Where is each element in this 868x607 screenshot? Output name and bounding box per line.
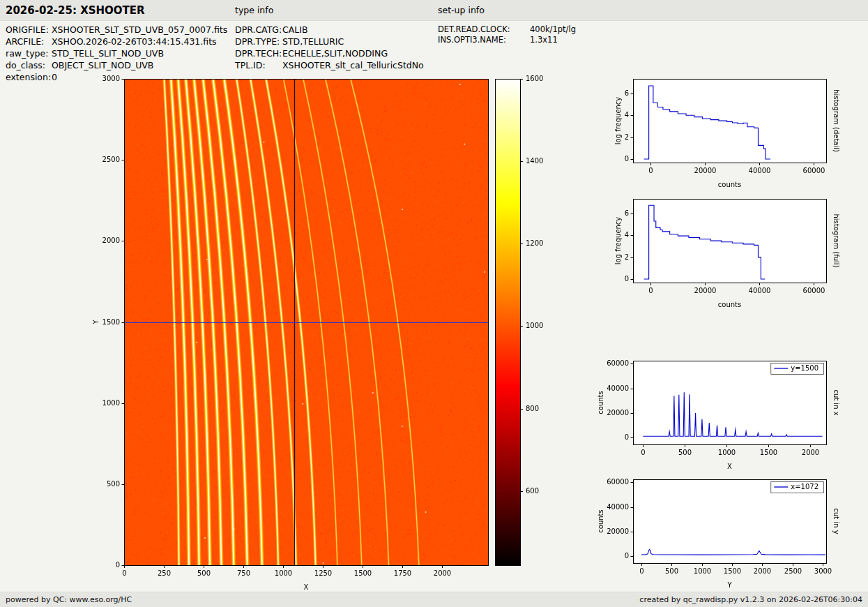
meta-value: XSHOOTER_SLT_STD_UVB_057_0007.fits [52, 24, 227, 35]
meta-row-dprtype: DPR.TYPE:STD,TELLURIC [235, 36, 424, 47]
meta-row-insopti3name: INS.OPTI3.NAME:1.3x11 [438, 34, 576, 45]
type-info-block: DPR.CATG:CALIB DPR.TYPE:STD,TELLURIC DPR… [235, 24, 424, 71]
footer-left-text: powered by QC: www.eso.org/HC [6, 595, 132, 604]
meta-value: XSHOOTER_slt_cal_TelluricStdNo [282, 60, 424, 70]
meta-label: ARCFILE: [6, 36, 52, 47]
meta-label: extension: [6, 72, 52, 82]
raw-frame-image-plot [89, 70, 497, 592]
meta-value: 1.3x11 [530, 35, 558, 45]
footer-bar: powered by QC: www.eso.org/HC created by… [0, 592, 868, 607]
qc-report-page: 2026-02-25: XSHOOTER type info set-up in… [0, 0, 868, 607]
meta-label: DPR.CATG: [235, 24, 282, 35]
meta-value: 0 [52, 72, 57, 82]
cut-in-x-plot [589, 352, 868, 474]
meta-label: INS.OPTI3.NAME: [438, 35, 530, 45]
type-info-heading: type info [235, 0, 273, 21]
meta-value: ECHELLE,SLIT,NODDING [282, 48, 388, 59]
title-bar: 2026-02-25: XSHOOTER type info set-up in… [0, 0, 868, 21]
footer-right-text: created by qc_rawdisp.py v1.2.3 on 2026-… [639, 595, 862, 604]
meta-label: DPR.TECH: [235, 48, 282, 59]
meta-row-arcfile: ARCFILE:XSHOO.2026-02-26T03:44:15.431.fi… [6, 36, 227, 47]
meta-value: 400k/1pt/lg [530, 24, 576, 34]
meta-row-origfile: ORIGFILE:XSHOOTER_SLT_STD_UVB_057_0007.f… [6, 24, 227, 36]
page-title: 2026-02-25: XSHOOTER [6, 0, 145, 21]
histogram-detail-plot [589, 70, 868, 192]
meta-row-dprcatg: DPR.CATG:CALIB [235, 24, 424, 36]
meta-value: XSHOO.2026-02-26T03:44:15.431.fits [52, 36, 217, 47]
histogram-full-plot [589, 190, 868, 312]
meta-label: TPL.ID: [235, 60, 282, 70]
meta-label: DET.READ.CLOCK: [438, 24, 530, 34]
colorbar [488, 70, 565, 592]
meta-row-detreadclock: DET.READ.CLOCK:400k/1pt/lg [438, 24, 576, 34]
meta-value: OBJECT_SLIT_NOD_UVB [52, 60, 153, 70]
setup-info-block: DET.READ.CLOCK:400k/1pt/lg INS.OPTI3.NAM… [438, 24, 576, 45]
setup-info-heading: set-up info [438, 0, 485, 21]
meta-value: STD,TELLURIC [282, 36, 344, 47]
meta-row-dprtech: DPR.TECH:ECHELLE,SLIT,NODDING [235, 47, 424, 59]
cut-in-y-plot [589, 470, 868, 592]
meta-value: STD_TELL_SLIT_NOD_UVB [52, 48, 164, 59]
meta-label: raw_type: [6, 48, 52, 59]
meta-label: DPR.TYPE: [235, 36, 282, 47]
meta-value: CALIB [282, 24, 308, 35]
meta-row-rawtype: raw_type:STD_TELL_SLIT_NOD_UVB [6, 47, 227, 59]
meta-label: do_class: [6, 60, 52, 70]
meta-label: ORIGFILE: [6, 24, 52, 35]
